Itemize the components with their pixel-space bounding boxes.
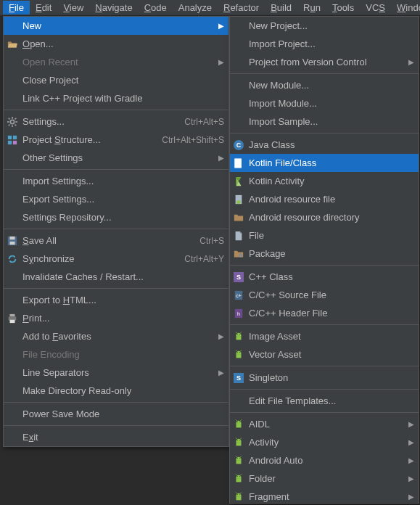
new-menu-item-android-resource-directory[interactable]: Android resource directory <box>230 208 419 226</box>
svg-point-62 <box>237 493 238 494</box>
file-menu-item-save-all[interactable]: Save AllCtrl+S <box>4 231 228 250</box>
menubar-item-window[interactable]: Window <box>391 1 420 15</box>
blank-icon <box>233 116 244 128</box>
blank-icon <box>7 271 18 283</box>
separator <box>230 265 419 266</box>
menubar-item-navigate[interactable]: Navigate <box>89 1 138 15</box>
menu-item-label: Print... <box>22 313 224 324</box>
new-menu-item-import-project[interactable]: Import Project... <box>230 35 419 53</box>
svg-rect-14 <box>8 140 12 144</box>
new-menu-item-new-project[interactable]: New Project... <box>230 17 419 35</box>
menu-item-label: AIDL <box>249 419 414 430</box>
blank-icon <box>7 176 18 187</box>
new-menu-item-android-auto[interactable]: Android Auto▶ <box>230 451 419 469</box>
folder-icon <box>233 212 244 223</box>
svg-line-64 <box>236 492 236 493</box>
file-menu-item-line-separators[interactable]: Line Separators▶ <box>4 364 228 382</box>
new-menu-item-singleton[interactable]: SSingleton <box>230 369 419 387</box>
svg-rect-12 <box>8 135 12 139</box>
file-menu-item-close-project[interactable]: Close Project <box>4 71 228 89</box>
singleton-icon: S <box>233 372 244 384</box>
new-menu-item-kotlin-file-class[interactable]: Kotlin File/Class <box>230 154 419 172</box>
submenu-arrow-icon: ▶ <box>218 154 224 162</box>
menu-item-label: File <box>249 230 414 241</box>
submenu-arrow-icon: ▶ <box>218 22 224 30</box>
new-menu-item-activity[interactable]: Activity▶ <box>230 433 419 451</box>
file-menu-item-export-settings[interactable]: Export Settings... <box>4 190 228 208</box>
menubar-item-analyze[interactable]: Analyze <box>173 1 218 15</box>
menu-item-label: Android Auto <box>249 455 414 466</box>
new-menu-item-c-c-header-file[interactable]: hC/C++ Header File <box>230 304 419 322</box>
file-menu: New▶Open...Open Recent▶Close ProjectLink… <box>3 16 229 447</box>
file-menu-item-invalidate-caches-restart[interactable]: Invalidate Caches / Restart... <box>4 268 228 286</box>
file-menu-item-new[interactable]: New▶ <box>4 17 228 35</box>
file-menu-item-synchronize[interactable]: SynchronizeCtrl+Alt+Y <box>4 250 228 268</box>
sync-icon <box>7 253 18 265</box>
file-menu-item-link-c-project-with-gradle[interactable]: Link C++ Project with Gradle <box>4 89 228 107</box>
menubar-item-view[interactable]: View <box>57 1 89 15</box>
menu-item-label: Singleton <box>249 372 414 383</box>
menu-item-label: Project from Version Control <box>249 57 414 67</box>
menu-item-label: Android resource file <box>249 194 414 205</box>
menubar-item-edit[interactable]: Edit <box>30 1 57 15</box>
svg-line-40 <box>241 350 242 350</box>
file-menu-item-print[interactable]: Print... <box>4 309 228 327</box>
svg-rect-18 <box>10 241 15 244</box>
menubar-item-refactor[interactable]: Refactor <box>218 1 265 15</box>
new-menu-item-aidl[interactable]: AIDL▶ <box>230 415 419 433</box>
blank-icon <box>7 408 18 420</box>
menubar-item-code[interactable]: Code <box>139 1 173 15</box>
menubar-item-build[interactable]: Build <box>265 1 297 15</box>
menu-item-label: Make Directory Read-only <box>22 385 224 396</box>
kotlin-file-icon <box>233 157 244 169</box>
new-menu-item-vector-asset[interactable]: Vector Asset <box>230 345 419 364</box>
svg-point-25 <box>236 200 240 203</box>
new-menu-item-kotlin-activity[interactable]: Kotlin Activity <box>230 172 419 190</box>
svg-line-54 <box>236 456 236 456</box>
menu-item-label: Import Settings... <box>22 176 224 186</box>
svg-text:c+: c+ <box>236 292 242 297</box>
menubar-item-vcs[interactable]: VCS <box>360 1 391 15</box>
new-menu-item-package[interactable]: Package <box>230 245 419 263</box>
file-menu-item-exit[interactable]: Exit <box>4 428 228 446</box>
submenu-arrow-icon: ▶ <box>408 456 414 464</box>
menubar-item-file[interactable]: File <box>3 1 30 15</box>
file-menu-item-make-directory-read-only[interactable]: Make Directory Read-only <box>4 382 228 400</box>
file-menu-item-power-save-mode[interactable]: Power Save Mode <box>4 405 228 423</box>
file-menu-item-settings-repository[interactable]: Settings Repository... <box>4 208 228 226</box>
menu-item-label: Kotlin File/Class <box>249 157 414 168</box>
separator <box>4 169 228 170</box>
new-menu-item-new-module[interactable]: New Module... <box>230 76 419 94</box>
shortcut-label: Ctrl+S <box>199 236 224 246</box>
file-menu-item-add-to-favorites[interactable]: Add to Favorites▶ <box>4 327 228 345</box>
new-menu-item-c-class[interactable]: SC++ Class <box>230 268 419 286</box>
new-menu-item-edit-file-templates[interactable]: Edit File Templates... <box>230 392 419 410</box>
cpp-source-icon: c+ <box>233 290 244 301</box>
new-menu-item-java-class[interactable]: CJava Class <box>230 136 419 154</box>
file-menu-item-open[interactable]: Open... <box>4 35 228 53</box>
new-menu-item-import-sample[interactable]: Import Sample... <box>230 112 419 131</box>
file-menu-item-export-to-html[interactable]: Export to HTML... <box>4 291 228 309</box>
menubar-item-tools[interactable]: Tools <box>326 1 360 15</box>
menubar-item-run[interactable]: Run <box>297 1 326 15</box>
new-menu-item-c-c-source-file[interactable]: c+C/C++ Source File <box>230 286 419 304</box>
menu-item-label: Vector Asset <box>249 349 414 360</box>
file-menu-item-import-settings[interactable]: Import Settings... <box>4 172 228 190</box>
new-menu-item-fragment[interactable]: Fragment▶ <box>230 488 419 504</box>
svg-text:h: h <box>237 311 240 316</box>
new-menu-item-android-resource-file[interactable]: Android resource file <box>230 190 419 208</box>
menu-item-label: Edit File Templates... <box>249 395 414 406</box>
new-menu-item-folder[interactable]: Folder▶ <box>230 469 419 488</box>
new-menu-item-project-from-version-control[interactable]: Project from Version Control▶ <box>230 53 419 71</box>
new-menu-item-image-asset[interactable]: Image Asset <box>230 327 419 345</box>
svg-point-53 <box>239 457 240 458</box>
file-menu-item-other-settings[interactable]: Other Settings▶ <box>4 149 228 167</box>
separator <box>4 402 228 403</box>
file-menu-item-project-structure[interactable]: Project Structure...Ctrl+Alt+Shift+S <box>4 131 228 149</box>
svg-rect-46 <box>236 442 242 446</box>
save-icon <box>7 235 18 247</box>
menu-item-label: Save All <box>22 235 199 246</box>
file-menu-item-settings[interactable]: Settings...Ctrl+Alt+S <box>4 112 228 131</box>
new-menu-item-import-module[interactable]: Import Module... <box>230 94 419 112</box>
new-menu-item-file[interactable]: File <box>230 226 419 245</box>
